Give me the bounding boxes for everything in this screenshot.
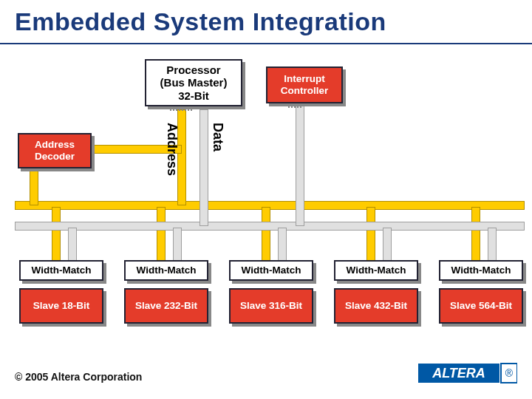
slave-3-label: Slave 316-Bit [231,290,312,322]
width-match-1-label: Width-Match [21,262,102,279]
data-bus-drop-3 [278,228,287,263]
width-match-1: Width-Match [19,260,103,281]
data-bus-drop-5 [488,228,497,263]
data-bus-label: Data [210,123,225,151]
data-bus-horizontal [15,222,525,231]
slave-2-label: Slave 232-Bit [126,290,207,322]
svg-text:ALTERA: ALTERA [432,366,485,381]
irq-bus-vertical [296,103,304,226]
address-bus-drop-2 [157,207,166,263]
data-bus-drop-1 [68,228,77,263]
processor-block: Processor(Bus Master)32-Bit [145,59,242,106]
slave-5-label: Slave 564-Bit [440,290,522,322]
slide-title: Embedded System Integration [15,7,386,36]
address-decoder-label: AddressDecoder [19,134,90,167]
address-bus-drop-4 [366,207,375,263]
data-bus-from-processor [200,109,208,226]
title-underline [0,43,532,44]
interrupt-controller-label: InterruptController [267,68,341,102]
copyright-text: © 2005 Altera Corporation [15,371,142,383]
interrupt-controller-block: InterruptController [266,66,343,103]
address-bus-drop-1 [52,207,61,263]
slave-4-block: Slave 432-Bit [334,288,418,324]
processor-label: Processor(Bus Master)32-Bit [146,61,241,105]
width-match-3-label: Width-Match [231,262,312,279]
width-match-5: Width-Match [439,260,523,281]
width-match-3: Width-Match [229,260,313,281]
slave-1-block: Slave 18-Bit [19,288,103,324]
address-bus-from-decoder-v [30,168,38,205]
altera-logo: ALTERA ® [418,361,517,389]
svg-text:®: ® [505,367,514,379]
width-match-4: Width-Match [334,260,418,281]
slave-3-block: Slave 316-Bit [229,288,313,324]
slave-5-block: Slave 564-Bit [439,288,523,324]
address-bus-label: Address [164,123,180,176]
slave-1-label: Slave 18-Bit [21,290,102,322]
slave-4-label: Slave 432-Bit [335,290,417,322]
address-bus-drop-3 [262,207,270,263]
width-match-2-label: Width-Match [126,262,207,279]
address-decoder-block: AddressDecoder [18,133,92,168]
data-bus-drop-2 [173,228,182,263]
width-match-2: Width-Match [124,260,208,281]
width-match-4-label: Width-Match [335,262,417,279]
slide: Embedded System Integration Address Data… [0,0,532,399]
width-match-5-label: Width-Match [440,262,522,279]
address-bus-drop-5 [471,207,480,263]
slave-2-block: Slave 232-Bit [124,288,208,324]
data-bus-drop-4 [383,228,392,263]
